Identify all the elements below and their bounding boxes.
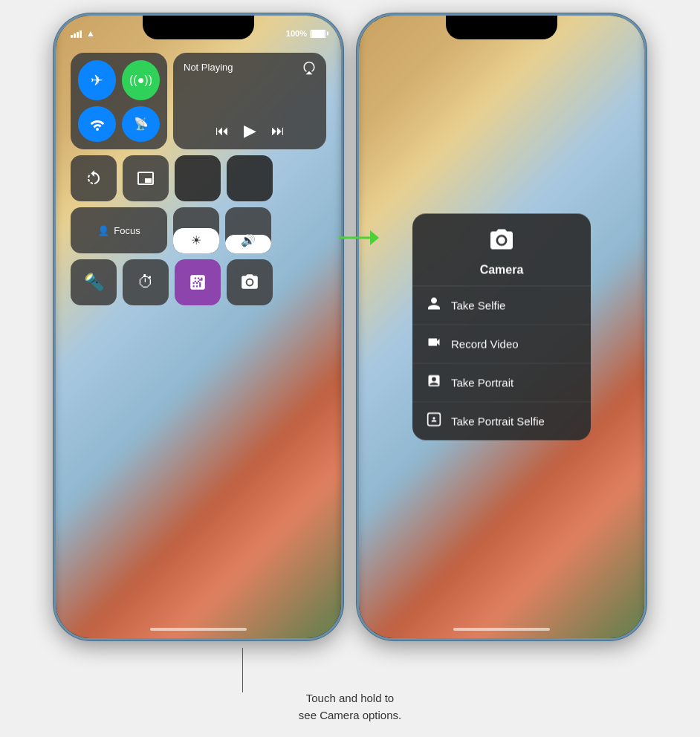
portrait-selfie-icon bbox=[426, 412, 442, 431]
volume-icon: 🔊 bbox=[241, 233, 256, 247]
media-player: Not Playing ⏮ ▶ ⏭ bbox=[173, 53, 326, 149]
cc-row-4: 🔦 ⏱ bbox=[71, 259, 326, 305]
status-right: 100% bbox=[286, 29, 326, 38]
flashlight-button[interactable]: 🔦 bbox=[71, 259, 117, 305]
camera-option-portrait-selfie[interactable]: Take Portrait Selfie bbox=[412, 403, 591, 441]
rewind-button[interactable]: ⏮ bbox=[215, 123, 229, 139]
selfie-icon bbox=[426, 296, 442, 315]
media-top: Not Playing bbox=[184, 62, 316, 77]
caption: Touch and hold to see Camera options. bbox=[0, 690, 700, 724]
cc-extra-2 bbox=[227, 155, 273, 201]
camera-option-video[interactable]: Record Video bbox=[412, 325, 591, 364]
phone-right: Camera Take Selfie Record Video Take Por… bbox=[357, 13, 646, 640]
caption-line1: Touch and hold to bbox=[306, 692, 394, 704]
focus-icon: 👤 bbox=[97, 225, 109, 236]
side-button-silent-r bbox=[357, 90, 358, 114]
side-button-volume-up-r bbox=[357, 127, 358, 164]
focus-label: Focus bbox=[114, 225, 140, 236]
caption-line bbox=[242, 648, 243, 692]
selfie-label: Take Selfie bbox=[451, 299, 505, 312]
cellular-button[interactable]: ((●)) bbox=[122, 60, 160, 100]
caption-line2: see Camera options. bbox=[299, 709, 401, 721]
camera-popup-title: Camera bbox=[480, 264, 524, 277]
focus-button[interactable]: 👤 Focus bbox=[71, 207, 167, 253]
video-icon bbox=[426, 335, 442, 354]
camera-popup: Camera Take Selfie Record Video Take Por… bbox=[412, 214, 591, 441]
side-button-silent bbox=[54, 90, 55, 114]
rotation-lock-button[interactable] bbox=[71, 155, 117, 201]
side-button-power-r bbox=[645, 134, 646, 194]
cc-row-1: ✈ ((●)) 📡 Not Playing bbox=[71, 53, 326, 149]
camera-option-selfie[interactable]: Take Selfie bbox=[412, 287, 591, 325]
portrait-label: Take Portrait bbox=[451, 377, 513, 389]
home-indicator-right bbox=[453, 628, 550, 631]
connectivity-grid: ✈ ((●)) 📡 bbox=[71, 53, 167, 149]
arrow bbox=[339, 227, 380, 248]
calculator-button[interactable] bbox=[175, 259, 221, 305]
phone-left: ▲ 100% ✈ ((●)) 📡 bbox=[54, 13, 343, 640]
airplane-mode-button[interactable]: ✈ bbox=[78, 60, 116, 100]
side-button-power bbox=[342, 134, 343, 194]
side-button-volume-down-r bbox=[357, 175, 358, 212]
cc-row-3: 👤 Focus ☀ 🔊 bbox=[71, 207, 326, 253]
side-button-volume-up bbox=[54, 127, 55, 164]
camera-popup-icon bbox=[488, 227, 515, 259]
cc-row-2 bbox=[71, 155, 326, 201]
video-label: Record Video bbox=[451, 338, 519, 351]
portrait-selfie-label: Take Portrait Selfie bbox=[451, 415, 545, 428]
svg-marker-1 bbox=[370, 230, 379, 245]
home-indicator bbox=[150, 628, 247, 631]
camera-button[interactable] bbox=[227, 259, 273, 305]
wifi-button[interactable] bbox=[78, 106, 116, 143]
battery-icon bbox=[310, 30, 326, 38]
wifi-status-icon: ▲ bbox=[86, 28, 95, 39]
brightness-icon: ☀ bbox=[191, 233, 201, 247]
play-button[interactable]: ▶ bbox=[244, 121, 256, 140]
timer-button[interactable]: ⏱ bbox=[123, 259, 169, 305]
status-bar: ▲ 100% bbox=[71, 26, 326, 41]
portrait-icon bbox=[426, 374, 442, 392]
airplay-icon[interactable] bbox=[302, 62, 316, 77]
battery-percent: 100% bbox=[286, 29, 307, 38]
bluetooth-button[interactable]: 📡 bbox=[122, 106, 160, 143]
cc-extra-1 bbox=[175, 155, 221, 201]
brightness-slider[interactable]: ☀ bbox=[173, 207, 219, 253]
not-playing-label: Not Playing bbox=[184, 62, 233, 73]
fast-forward-button[interactable]: ⏭ bbox=[271, 123, 285, 139]
screen-mirror-button[interactable] bbox=[123, 155, 169, 201]
camera-option-portrait[interactable]: Take Portrait bbox=[412, 364, 591, 403]
side-button-volume-down bbox=[54, 175, 55, 212]
camera-popup-header: Camera bbox=[412, 214, 591, 287]
control-center: ✈ ((●)) 📡 Not Playing bbox=[71, 53, 326, 305]
media-controls: ⏮ ▶ ⏭ bbox=[184, 121, 316, 140]
status-left: ▲ bbox=[71, 28, 95, 39]
signal-icon bbox=[71, 29, 82, 38]
volume-slider[interactable]: 🔊 bbox=[225, 207, 271, 253]
